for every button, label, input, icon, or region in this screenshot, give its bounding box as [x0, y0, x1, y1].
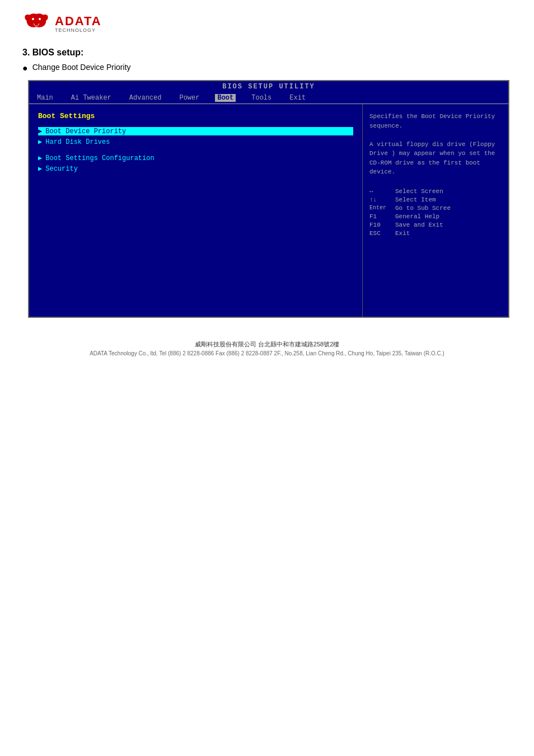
logo-text: ADATA	[55, 15, 102, 27]
entry-label: Boot Device Priority	[45, 128, 126, 135]
entry-label: Hard Disk Drives	[45, 138, 110, 146]
section-title: 3. BIOS setup:	[22, 48, 512, 58]
bios-menu-exit[interactable]: Exit	[287, 94, 308, 102]
bios-menu-bar: Main Ai Tweaker Advanced Power Boot Tool…	[29, 92, 508, 104]
bios-title-text: BIOS SETUP UTILITY	[222, 83, 315, 91]
bios-menu-ai-tweaker[interactable]: Ai Tweaker	[69, 94, 114, 102]
key-enter: Enter	[369, 205, 392, 212]
key-desc-select-screen: Select Screen	[395, 188, 443, 195]
bios-screenshot: BIOS SETUP UTILITY Main Ai Tweaker Advan…	[28, 80, 509, 318]
key-desc-f1: General Help	[395, 213, 439, 220]
bios-entry-boot-settings-config[interactable]: ▶ Boot Settings Configuration	[38, 154, 353, 162]
adata-logo-icon	[22, 11, 50, 36]
bios-title-bar: BIOS SETUP UTILITY	[29, 81, 508, 92]
footer-company-en: ADATA Technology Co., ltd. Tel (886) 2 8…	[22, 350, 512, 356]
bios-right-panel: Specifies the Boot Device Priority seque…	[363, 104, 508, 317]
page-wrapper: ADATA TECHNOLOGY 3. BIOS setup: ● Change…	[0, 0, 534, 379]
bios-left-panel: Boot Settings ▶ Boot Device Priority ▶ H…	[29, 104, 363, 317]
key-desc-enter: Go to Sub Scree	[395, 205, 451, 212]
bios-entry-hard-disk-drives[interactable]: ▶ Hard Disk Drives	[38, 138, 353, 146]
entry-label: Security	[45, 165, 78, 173]
bios-key-help: ↔ Select Screen ↑↓ Select Item Enter Go …	[369, 188, 502, 237]
bios-help-text: Specifies the Boot Device Priority seque…	[369, 112, 502, 177]
bios-menu-boot[interactable]: Boot	[215, 94, 236, 102]
arrow-icon: ▶	[38, 138, 42, 146]
bios-entry-boot-device-priority[interactable]: ▶ Boot Device Priority	[38, 127, 353, 135]
logo-area: ADATA TECHNOLOGY	[22, 11, 512, 36]
bios-menu-tools[interactable]: Tools	[249, 94, 274, 102]
bios-menu-power[interactable]: Power	[177, 94, 202, 102]
logo-brand: ADATA TECHNOLOGY	[55, 15, 102, 33]
key-entry-f10: F10 Save and Exit	[369, 222, 502, 228]
key-entry-enter: Enter Go to Sub Scree	[369, 205, 502, 212]
logo-tagline: TECHNOLOGY	[55, 27, 102, 33]
svg-point-1	[39, 18, 41, 20]
bullet-label: Change Boot Device Priority	[32, 62, 131, 73]
bios-group-1: ▶ Boot Device Priority ▶ Hard Disk Drive…	[38, 127, 353, 146]
key-esc: ESC	[369, 230, 392, 237]
arrow-icon: ▶	[38, 154, 42, 162]
bios-menu-main[interactable]: Main	[35, 94, 55, 102]
bios-group-2: ▶ Boot Settings Configuration ▶ Security	[38, 154, 353, 173]
arrow-icon: ▶	[38, 127, 42, 135]
key-desc-f10: Save and Exit	[395, 222, 443, 228]
key-entry-select-screen: ↔ Select Screen	[369, 188, 502, 195]
bios-section-heading: Boot Settings	[38, 112, 353, 120]
key-desc-esc: Exit	[395, 230, 410, 237]
key-entry-f1: F1 General Help	[369, 213, 502, 220]
footer: 威剛科技股份有限公司 台北縣中和市建城路258號2樓 ADATA Technol…	[22, 318, 512, 368]
key-f1: F1	[369, 213, 392, 220]
key-entry-select-item: ↑↓ Select Item	[369, 196, 502, 203]
svg-point-0	[32, 18, 34, 20]
bios-content-area: Boot Settings ▶ Boot Device Priority ▶ H…	[29, 104, 508, 317]
key-arrow-ud: ↑↓	[369, 196, 392, 203]
bullet-item: ● Change Boot Device Priority	[22, 62, 512, 74]
arrow-icon: ▶	[38, 165, 42, 173]
bullet-icon: ●	[22, 62, 28, 74]
bios-entry-security[interactable]: ▶ Security	[38, 165, 353, 173]
footer-company-cn: 威剛科技股份有限公司 台北縣中和市建城路258號2樓	[22, 340, 512, 349]
key-entry-esc: ESC Exit	[369, 230, 502, 237]
entry-label: Boot Settings Configuration	[45, 154, 154, 162]
key-arrow-lr: ↔	[369, 188, 392, 195]
key-desc-select-item: Select Item	[395, 196, 436, 203]
bios-menu-advanced[interactable]: Advanced	[127, 94, 164, 102]
key-f10: F10	[369, 222, 392, 228]
